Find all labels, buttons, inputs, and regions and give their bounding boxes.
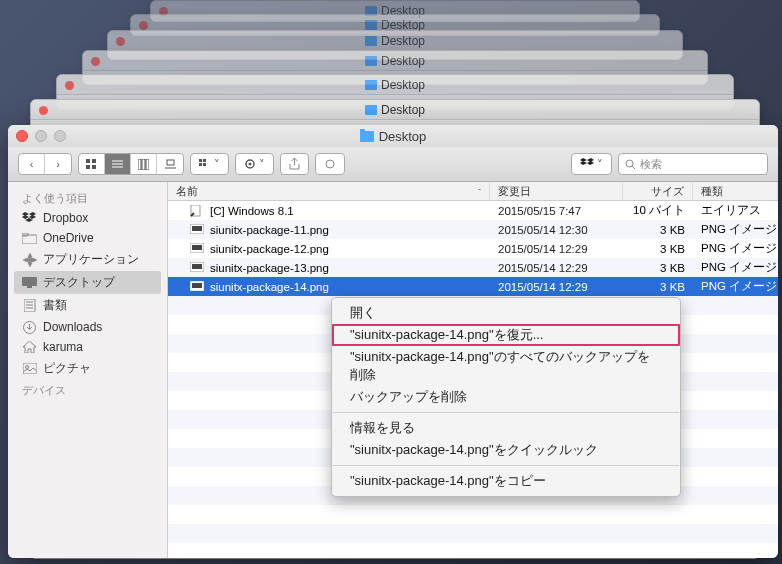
home-icon — [22, 341, 37, 354]
svg-point-17 — [249, 163, 252, 166]
zoom-button[interactable] — [54, 130, 66, 142]
sidebar-item-label: 書類 — [43, 297, 67, 314]
svg-rect-2 — [86, 165, 90, 169]
menu-delete-backup[interactable]: バックアップを削除 — [332, 386, 680, 408]
svg-rect-14 — [199, 163, 202, 166]
menu-delete-all-backups[interactable]: "siunitx-package-14.png"のすべてのバックアップを削除 — [332, 346, 680, 386]
pictures-icon — [22, 362, 37, 375]
search-input[interactable]: 検索 — [618, 153, 768, 175]
file-name: [C] Windows 8.1 — [210, 205, 294, 217]
svg-point-19 — [626, 160, 633, 167]
sidebar-header-favorites: よく使う項目 — [8, 188, 167, 208]
titlebar[interactable]: Desktop — [8, 125, 778, 147]
menu-get-info[interactable]: 情報を見る — [332, 417, 680, 439]
file-kind: PNG イメージ — [693, 279, 778, 294]
sidebar-item-documents[interactable]: 書類 — [8, 294, 167, 317]
tag-icon — [324, 158, 336, 170]
sidebar-item-label: アプリケーション — [43, 251, 139, 268]
image-icon — [190, 281, 204, 293]
svg-rect-23 — [22, 277, 37, 286]
column-kind[interactable]: 種類 — [693, 182, 778, 200]
search-icon — [625, 159, 636, 170]
sidebar-item-downloads[interactable]: Downloads — [8, 317, 167, 337]
sidebar-item-pictures[interactable]: ピクチャ — [8, 357, 167, 380]
sidebar-header-devices: デバイス — [8, 380, 167, 400]
file-size: 3 KB — [623, 262, 693, 274]
menu-open[interactable]: 開く — [332, 302, 680, 324]
downloads-icon — [22, 321, 37, 334]
file-kind: エイリアス — [693, 203, 778, 218]
file-row[interactable]: siunitx-package-11.png 2015/05/14 12:30 … — [168, 220, 778, 239]
file-row[interactable]: [C] Windows 8.1 2015/05/15 7:47 10 バイト エ… — [168, 201, 778, 220]
back-button[interactable]: ‹ — [19, 154, 45, 174]
column-name[interactable]: 名前ˆ — [168, 182, 490, 200]
sidebar-item-desktop[interactable]: デスクトップ — [14, 271, 161, 294]
column-date[interactable]: 変更日 — [490, 182, 623, 200]
coverflow-view-button[interactable] — [157, 154, 183, 174]
svg-rect-1 — [92, 159, 96, 163]
action-button[interactable]: ˅ — [235, 153, 274, 175]
sidebar: よく使う項目 Dropbox OneDrive アプリケーション デスクトップ … — [8, 182, 168, 558]
empty-row — [168, 505, 778, 524]
file-name: siunitx-package-11.png — [210, 224, 329, 236]
image-icon — [190, 224, 204, 236]
column-headers: 名前ˆ 変更日 サイズ 種類 — [168, 182, 778, 201]
gear-icon — [244, 158, 256, 170]
forward-button[interactable]: › — [45, 154, 71, 174]
svg-line-20 — [632, 166, 635, 169]
share-icon — [289, 158, 300, 170]
dropbox-icon — [580, 158, 594, 170]
nav-back-forward[interactable]: ‹ › — [18, 153, 72, 175]
file-name: siunitx-package-12.png — [210, 243, 329, 255]
file-date: 2015/05/14 12:29 — [490, 281, 623, 293]
file-kind: PNG イメージ — [693, 260, 778, 275]
image-icon — [190, 262, 204, 274]
sidebar-item-dropbox[interactable]: Dropbox — [8, 208, 167, 228]
menu-separator — [333, 465, 679, 466]
sort-indicator-icon: ˆ — [478, 187, 481, 196]
menu-restore[interactable]: "siunitx-package-14.png"を復元... — [332, 324, 680, 346]
list-view-button[interactable] — [105, 154, 131, 174]
view-switcher[interactable] — [78, 153, 184, 175]
svg-rect-12 — [199, 159, 202, 162]
file-row-selected[interactable]: siunitx-package-14.png 2015/05/14 12:29 … — [168, 277, 778, 296]
svg-rect-8 — [142, 159, 145, 170]
alias-icon — [190, 205, 204, 217]
svg-rect-7 — [138, 159, 141, 170]
svg-rect-38 — [192, 264, 202, 269]
sidebar-item-label: Dropbox — [43, 211, 88, 225]
file-row[interactable]: siunitx-package-13.png 2015/05/14 12:29 … — [168, 258, 778, 277]
menu-copy[interactable]: "siunitx-package-14.png"をコピー — [332, 470, 680, 492]
arrange-button[interactable]: ˅ — [190, 153, 229, 175]
close-button[interactable] — [16, 130, 28, 142]
file-name: siunitx-package-13.png — [210, 262, 329, 274]
sidebar-item-onedrive[interactable]: OneDrive — [8, 228, 167, 248]
menu-separator — [333, 412, 679, 413]
icon-view-button[interactable] — [79, 154, 105, 174]
file-kind: PNG イメージ — [693, 222, 778, 237]
svg-point-31 — [25, 366, 28, 369]
svg-rect-3 — [92, 165, 96, 169]
minimize-button[interactable] — [35, 130, 47, 142]
svg-rect-15 — [203, 163, 206, 166]
applications-icon — [22, 253, 37, 266]
sidebar-item-applications[interactable]: アプリケーション — [8, 248, 167, 271]
image-icon — [190, 243, 204, 255]
svg-rect-9 — [146, 159, 149, 170]
documents-icon — [22, 299, 37, 312]
column-view-button[interactable] — [131, 154, 157, 174]
file-row[interactable]: siunitx-package-12.png 2015/05/14 12:29 … — [168, 239, 778, 258]
svg-point-18 — [326, 160, 334, 168]
dropbox-button[interactable]: ˅ — [571, 153, 612, 175]
file-kind: PNG イメージ — [693, 241, 778, 256]
tags-button[interactable] — [315, 153, 345, 175]
menu-quicklook[interactable]: "siunitx-package-14.png"をクイックルック — [332, 439, 680, 461]
file-date: 2015/05/14 12:30 — [490, 224, 623, 236]
folder-icon — [360, 131, 374, 142]
sidebar-item-home[interactable]: karuma — [8, 337, 167, 357]
column-size[interactable]: サイズ — [623, 182, 693, 200]
svg-rect-24 — [27, 286, 32, 288]
svg-rect-13 — [203, 159, 206, 162]
share-button[interactable] — [280, 153, 309, 175]
file-date: 2015/05/15 7:47 — [490, 205, 623, 217]
